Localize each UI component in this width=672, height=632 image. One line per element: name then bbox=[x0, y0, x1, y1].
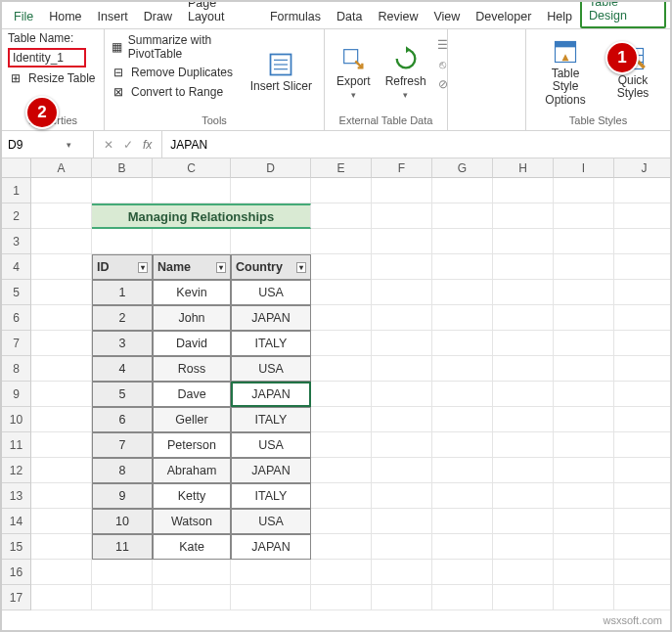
cell-B16[interactable] bbox=[92, 560, 153, 585]
col-header-A[interactable]: A bbox=[31, 158, 92, 178]
table-cell-id[interactable]: 10 bbox=[92, 509, 153, 534]
cell-G2[interactable] bbox=[432, 203, 493, 229]
cell-G3[interactable] bbox=[432, 229, 493, 254]
cell-H9[interactable] bbox=[493, 382, 554, 407]
cell-F10[interactable] bbox=[372, 407, 432, 432]
cell-I8[interactable] bbox=[554, 356, 614, 382]
cell-E7[interactable] bbox=[311, 331, 372, 356]
table-header-id[interactable]: ID▾ bbox=[92, 254, 153, 280]
table-style-options-button[interactable]: Table Style Options bbox=[532, 31, 599, 113]
row-header-3[interactable]: 3 bbox=[2, 229, 31, 254]
refresh-button[interactable]: Refresh ▾ bbox=[380, 31, 432, 113]
cell-G8[interactable] bbox=[432, 356, 493, 382]
table-cell-name[interactable]: Kate bbox=[153, 534, 231, 560]
cell-G1[interactable] bbox=[432, 178, 493, 203]
cell-H10[interactable] bbox=[493, 407, 554, 432]
cell-J9[interactable] bbox=[614, 382, 672, 407]
cell-F15[interactable] bbox=[372, 534, 432, 560]
name-box-input[interactable] bbox=[6, 137, 63, 153]
cell-I12[interactable] bbox=[554, 458, 614, 483]
col-header-I[interactable]: I bbox=[554, 158, 614, 178]
cell-B3[interactable] bbox=[92, 229, 153, 254]
filter-dropdown-icon[interactable]: ▾ bbox=[138, 262, 148, 273]
cell-E3[interactable] bbox=[311, 229, 372, 254]
cell-G12[interactable] bbox=[432, 458, 493, 483]
cell-A5[interactable] bbox=[31, 280, 92, 305]
table-cell-id[interactable]: 2 bbox=[92, 305, 153, 331]
cell-E16[interactable] bbox=[311, 560, 372, 585]
cell-E15[interactable] bbox=[311, 534, 372, 560]
cell-E4[interactable] bbox=[311, 254, 372, 280]
cell-E2[interactable] bbox=[311, 203, 372, 229]
table-cell-name[interactable]: Ketty bbox=[153, 483, 231, 509]
row-header-4[interactable]: 4 bbox=[2, 254, 31, 280]
cell-H2[interactable] bbox=[493, 203, 554, 229]
cell-B17[interactable] bbox=[92, 585, 153, 610]
table-cell-name[interactable]: Kevin bbox=[153, 280, 231, 305]
tab-home[interactable]: Home bbox=[41, 5, 89, 28]
cell-I11[interactable] bbox=[554, 432, 614, 458]
cell-F6[interactable] bbox=[372, 305, 432, 331]
cell-I7[interactable] bbox=[554, 331, 614, 356]
cell-J8[interactable] bbox=[614, 356, 672, 382]
cell-H7[interactable] bbox=[493, 331, 554, 356]
cell-A17[interactable] bbox=[31, 585, 92, 610]
cell-G4[interactable] bbox=[432, 254, 493, 280]
cell-I1[interactable] bbox=[554, 178, 614, 203]
row-header-16[interactable]: 16 bbox=[2, 560, 31, 585]
cell-J15[interactable] bbox=[614, 534, 672, 560]
cell-I5[interactable] bbox=[554, 280, 614, 305]
cell-H11[interactable] bbox=[493, 432, 554, 458]
col-header-D[interactable]: D bbox=[231, 158, 311, 178]
tab-page-layout[interactable]: Page Layout bbox=[180, 0, 262, 28]
table-cell-country[interactable]: USA bbox=[231, 280, 311, 305]
cell-G17[interactable] bbox=[432, 585, 493, 610]
cell-C1[interactable] bbox=[153, 178, 231, 203]
table-cell-country[interactable]: USA bbox=[231, 509, 311, 534]
cell-A16[interactable] bbox=[31, 560, 92, 585]
cell-D16[interactable] bbox=[231, 560, 311, 585]
tab-formulas[interactable]: Formulas bbox=[262, 5, 329, 28]
cell-I14[interactable] bbox=[554, 509, 614, 534]
cell-G9[interactable] bbox=[432, 382, 493, 407]
tab-help[interactable]: Help bbox=[539, 5, 580, 28]
cell-H14[interactable] bbox=[493, 509, 554, 534]
cell-J17[interactable] bbox=[614, 585, 672, 610]
cell-G10[interactable] bbox=[432, 407, 493, 432]
table-cell-id[interactable]: 5 bbox=[92, 382, 153, 407]
col-header-C[interactable]: C bbox=[153, 158, 231, 178]
cell-F12[interactable] bbox=[372, 458, 432, 483]
cell-D3[interactable] bbox=[231, 229, 311, 254]
table-cell-id[interactable]: 8 bbox=[92, 458, 153, 483]
row-header-13[interactable]: 13 bbox=[2, 483, 31, 509]
cell-J1[interactable] bbox=[614, 178, 672, 203]
filter-dropdown-icon[interactable]: ▾ bbox=[296, 262, 306, 273]
cell-J10[interactable] bbox=[614, 407, 672, 432]
cancel-icon[interactable]: ✕ bbox=[104, 138, 113, 152]
cell-I6[interactable] bbox=[554, 305, 614, 331]
cell-H5[interactable] bbox=[493, 280, 554, 305]
row-header-15[interactable]: 15 bbox=[2, 534, 31, 560]
row-header-7[interactable]: 7 bbox=[2, 331, 31, 356]
cell-J11[interactable] bbox=[614, 432, 672, 458]
col-header-G[interactable]: G bbox=[432, 158, 493, 178]
chevron-down-icon[interactable]: ▾ bbox=[67, 140, 71, 150]
cell-B1[interactable] bbox=[92, 178, 153, 203]
cell-A10[interactable] bbox=[31, 407, 92, 432]
tab-review[interactable]: Review bbox=[370, 5, 426, 28]
cell-F7[interactable] bbox=[372, 331, 432, 356]
cell-A6[interactable] bbox=[31, 305, 92, 331]
cell-H8[interactable] bbox=[493, 356, 554, 382]
table-cell-name[interactable]: Watson bbox=[153, 509, 231, 534]
tab-view[interactable]: View bbox=[426, 5, 468, 28]
col-header-F[interactable]: F bbox=[372, 158, 432, 178]
cell-A13[interactable] bbox=[31, 483, 92, 509]
cell-F11[interactable] bbox=[372, 432, 432, 458]
cell-A14[interactable] bbox=[31, 509, 92, 534]
table-cell-name[interactable]: Dave bbox=[153, 382, 231, 407]
select-all-corner[interactable] bbox=[2, 158, 31, 178]
table-cell-country[interactable]: JAPAN bbox=[231, 382, 311, 407]
cell-H12[interactable] bbox=[493, 458, 554, 483]
table-cell-id[interactable]: 3 bbox=[92, 331, 153, 356]
cell-A1[interactable] bbox=[31, 178, 92, 203]
